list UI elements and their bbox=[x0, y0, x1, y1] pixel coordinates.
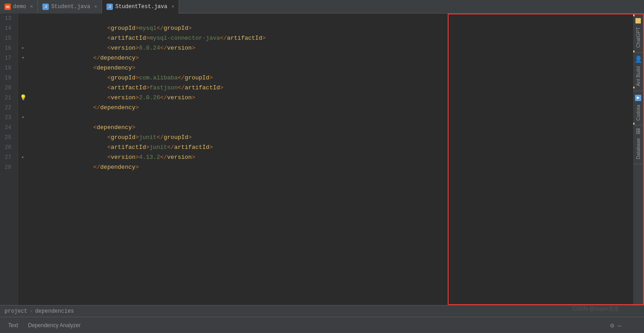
tab-close-demo[interactable]: × bbox=[30, 4, 33, 9]
gutter-22 bbox=[18, 103, 28, 113]
database-section[interactable]: 🗄 Database bbox=[633, 125, 643, 164]
ln-26: 26 bbox=[0, 143, 14, 153]
breadcrumb-dependencies: dependencies bbox=[35, 308, 74, 314]
gutter-15 bbox=[18, 33, 28, 43]
database-label[interactable]: Database bbox=[634, 135, 642, 162]
line-numbers: 13 14 15 16 17 18 19 20 21 22 23 24 25 2… bbox=[0, 14, 18, 305]
gutter-18 bbox=[18, 63, 28, 73]
ln-25: 25 bbox=[0, 133, 14, 143]
breadcrumb-sep: › bbox=[29, 308, 32, 314]
gutter-17[interactable]: ▾ bbox=[18, 53, 28, 63]
ln-23: 23 bbox=[0, 113, 14, 123]
tab-label-student: Student.java bbox=[51, 4, 90, 10]
codota-section[interactable]: ▶ Codota bbox=[633, 91, 643, 125]
tab-icon-studenttest: J bbox=[107, 4, 113, 10]
tab-studenttest-java[interactable]: J StudentTest.java × bbox=[102, 0, 179, 14]
lightbulb-icon-21[interactable]: 💡 bbox=[20, 93, 27, 103]
codota-label[interactable]: Codota bbox=[634, 102, 642, 123]
ln-28: 28 bbox=[0, 162, 14, 172]
gutter-28 bbox=[18, 162, 28, 172]
ln-21: 21 bbox=[0, 93, 14, 103]
editor-area[interactable]: 13 14 15 16 17 18 19 20 21 22 23 24 25 2… bbox=[0, 14, 448, 305]
tab-icon-demo: m bbox=[5, 4, 11, 10]
ln-27: 27 bbox=[0, 153, 14, 162]
database-icon: 🗄 bbox=[635, 129, 641, 134]
minimize-icon[interactable]: — bbox=[618, 322, 621, 329]
gutter-26 bbox=[18, 143, 28, 153]
ln-14: 14 bbox=[0, 23, 14, 33]
fold-icon-16[interactable]: ▸ bbox=[22, 43, 24, 53]
gutter-13 bbox=[18, 14, 28, 23]
breadcrumb-bar: project › dependencies bbox=[0, 305, 644, 317]
gutter-25 bbox=[18, 133, 28, 143]
scroll-mark-2 bbox=[633, 51, 635, 52]
tab-bar: m demo × J Student.java × J StudentTest.… bbox=[0, 0, 644, 14]
tab-label-demo: demo bbox=[13, 4, 26, 10]
gutter-24 bbox=[18, 123, 28, 133]
chatgpt-label[interactable]: ChatGPT bbox=[634, 24, 642, 51]
gutter-14 bbox=[18, 23, 28, 33]
code-line-13: <groupId>mysql</groupId> bbox=[30, 14, 448, 23]
ant-build-label[interactable]: Ant Build bbox=[634, 64, 642, 89]
tab-icon-student: J bbox=[42, 4, 49, 10]
breadcrumb-project: project bbox=[5, 308, 27, 314]
ln-24: 24 bbox=[0, 123, 14, 133]
gutter-20 bbox=[18, 83, 28, 93]
ant-build-icon: 👤 bbox=[635, 56, 641, 63]
watermark: CSDN @super先生 bbox=[572, 305, 619, 313]
right-panel-inner: ChatGPT 👤 Ant Build ▶ Codota 🗄 Database bbox=[449, 14, 643, 304]
tab-student-java[interactable]: J Student.java × bbox=[38, 0, 102, 14]
ant-build-section[interactable]: 👤 Ant Build bbox=[633, 53, 643, 91]
scroll-mark-1 bbox=[633, 14, 635, 16]
gear-icon[interactable]: ⚙ bbox=[610, 322, 614, 329]
fold-icon-27[interactable]: ▸ bbox=[22, 153, 24, 162]
chatgpt-section[interactable]: ChatGPT bbox=[633, 14, 643, 53]
tab-label-studenttest: StudentTest.java bbox=[115, 4, 167, 10]
ln-18: 18 bbox=[0, 63, 14, 73]
tab-demo[interactable]: m demo × bbox=[0, 0, 38, 14]
fold-icon-23[interactable]: ▾ bbox=[22, 113, 24, 123]
tab-close-student[interactable]: × bbox=[94, 4, 97, 9]
chatgpt-icon bbox=[635, 18, 641, 23]
gutter-21[interactable]: 💡 bbox=[18, 93, 28, 103]
bottom-right-icons: ⚙ — bbox=[610, 322, 621, 329]
tab-close-studenttest[interactable]: × bbox=[171, 4, 175, 9]
bottom-toolbar: Text Dependency Analyzer bbox=[0, 317, 644, 333]
gutter: ▸ ▾ 💡 ▾ ▸ bbox=[18, 14, 28, 305]
right-tool-sidebar: ChatGPT 👤 Ant Build ▶ Codota 🗄 Database bbox=[633, 14, 643, 304]
main-area: 13 14 15 16 17 18 19 20 21 22 23 24 25 2… bbox=[0, 14, 644, 305]
ln-13: 13 bbox=[0, 14, 14, 23]
bottom-tab-text[interactable]: Text bbox=[4, 319, 23, 331]
gutter-19 bbox=[18, 73, 28, 83]
right-panel-content bbox=[449, 14, 633, 304]
code-content[interactable]: <groupId>mysql</groupId> <artifactId>mys… bbox=[28, 14, 448, 305]
codota-icon: ▶ bbox=[635, 95, 641, 101]
ln-16: 16 bbox=[0, 43, 14, 53]
right-panel: ChatGPT 👤 Ant Build ▶ Codota 🗄 Database bbox=[448, 14, 644, 305]
ln-15: 15 bbox=[0, 33, 14, 43]
ln-19: 19 bbox=[0, 73, 14, 83]
ln-22: 22 bbox=[0, 103, 14, 113]
code-line-23: <dependency> bbox=[30, 113, 448, 123]
ln-17: 17 bbox=[0, 53, 14, 63]
gutter-23[interactable]: ▾ bbox=[18, 113, 28, 123]
gutter-27[interactable]: ▸ bbox=[18, 153, 28, 162]
gutter-16[interactable]: ▸ bbox=[18, 43, 28, 53]
fold-icon-17[interactable]: ▾ bbox=[22, 53, 24, 63]
code-editor: 13 14 15 16 17 18 19 20 21 22 23 24 25 2… bbox=[0, 14, 448, 305]
ln-20: 20 bbox=[0, 83, 14, 93]
bottom-tab-dependency-analyzer[interactable]: Dependency Analyzer bbox=[23, 319, 85, 331]
